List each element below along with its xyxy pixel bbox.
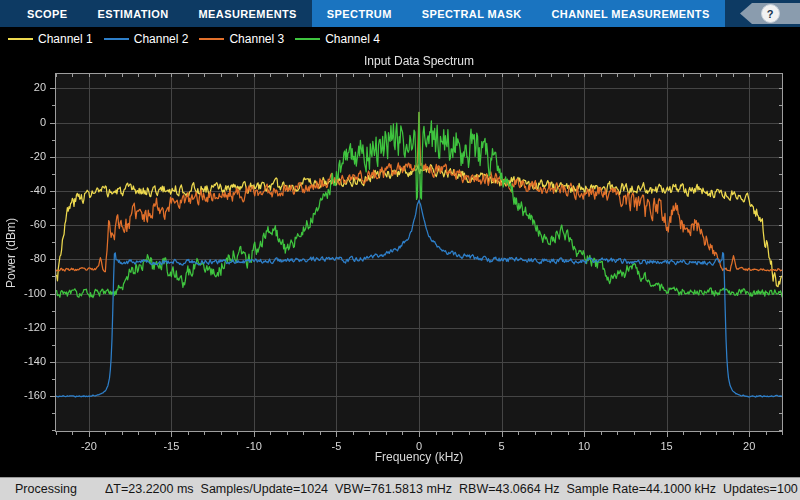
legend-item-channel-3[interactable]: Channel 3 (199, 32, 284, 46)
legend-item-channel-2[interactable]: Channel 2 (104, 32, 189, 46)
help-icon[interactable]: ? (761, 4, 780, 23)
x-axis-label: Frequency (kHz) (55, 450, 783, 464)
tab-scope[interactable]: SCOPE (12, 0, 83, 27)
toolbar-contextual-tabs: SPECTRUMSPECTRAL MASKCHANNEL MEASUREMENT… (312, 0, 725, 27)
toolbar-main-tabs: SCOPEESTIMATIONMEASUREMENTS (12, 0, 312, 27)
legend-label: Channel 4 (325, 32, 380, 46)
tab-measurements[interactable]: MEASUREMENTS (184, 0, 312, 27)
toolbar-left-pad (0, 0, 12, 27)
spectrum-analyzer-window: SCOPEESTIMATIONMEASUREMENTS SPECTRUMSPEC… (0, 0, 800, 500)
legend-line-swatch (295, 38, 320, 40)
legend-label: Channel 1 (38, 32, 93, 46)
status-bar: Processing ΔT=23.2200 ms Samples/Update=… (0, 477, 800, 500)
legend-line-swatch (104, 38, 129, 40)
toolstrip-collapse-arrow[interactable]: ? (740, 3, 800, 24)
spectrum-canvas[interactable] (0, 50, 800, 477)
tab-spectral-mask[interactable]: SPECTRAL MASK (407, 0, 537, 27)
legend-label: Channel 2 (134, 32, 189, 46)
tab-spectrum[interactable]: SPECTRUM (312, 0, 407, 27)
toolstrip-tab-bar: SCOPEESTIMATIONMEASUREMENTS SPECTRUMSPEC… (0, 0, 800, 27)
spectrum-plot-area: Input Data Spectrum Frequency (kHz) Powe… (0, 50, 800, 477)
status-state: Processing (15, 482, 87, 496)
y-axis-label: Power (dBm) (4, 73, 18, 432)
tab-estimation[interactable]: ESTIMATION (83, 0, 184, 27)
legend-line-swatch (199, 38, 224, 40)
status-measurements: ΔT=23.2200 ms Samples/Update=1024 VBW=76… (105, 482, 800, 496)
legend-line-swatch (8, 38, 33, 40)
legend-item-channel-1[interactable]: Channel 1 (8, 32, 93, 46)
legend-label: Channel 3 (229, 32, 284, 46)
channel-legend: Channel 1Channel 2Channel 3Channel 4 (0, 27, 800, 50)
tab-channel-measurements[interactable]: CHANNEL MEASUREMENTS (537, 0, 725, 27)
chart-title: Input Data Spectrum (55, 54, 783, 68)
legend-item-channel-4[interactable]: Channel 4 (295, 32, 380, 46)
